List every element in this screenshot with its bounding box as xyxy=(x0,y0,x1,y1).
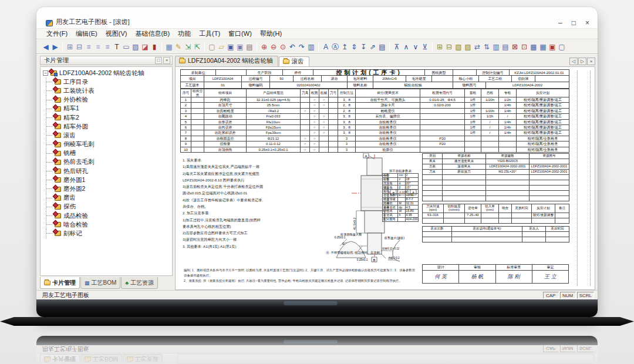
copy-row-icon[interactable]: ▥ xyxy=(491,42,501,52)
table-props-icon[interactable]: ▦ xyxy=(538,42,548,52)
fill-icon[interactable]: ▮ xyxy=(150,42,159,52)
sidebar-tab-卡片管理[interactable]: 卡片管理 xyxy=(40,277,80,289)
tree-item-精车2[interactable]: 精车2 xyxy=(42,113,171,122)
align-bottom-icon[interactable]: ↧ xyxy=(359,42,368,52)
save-all-icon[interactable]: ▣ xyxy=(235,42,245,52)
document-tab-滚齿[interactable]: 滚齿 xyxy=(279,56,309,66)
tab-close-button[interactable]: × xyxy=(587,58,595,65)
menu-item-E[interactable]: 编辑(E) xyxy=(72,29,102,39)
dup-row-icon[interactable]: ⊡ xyxy=(520,42,529,52)
tree-item-热后研孔[interactable]: 热后研孔 xyxy=(42,167,171,176)
eraser-icon[interactable]: ◪ xyxy=(140,42,150,52)
tree-item-啮合检验[interactable]: 啮合检验 xyxy=(42,220,171,229)
tree-item-热前去毛刺[interactable]: 热前去毛刺 xyxy=(42,158,171,167)
tree-item-铣槽[interactable]: 铣槽 xyxy=(42,149,171,158)
panel-float-button[interactable]: □ xyxy=(155,57,162,64)
tree-item-磨外圆2[interactable]: 磨外圆2 xyxy=(42,184,171,193)
cell-props-icon[interactable]: ▣ xyxy=(548,42,557,52)
text-icon[interactable]: T xyxy=(112,42,122,52)
tree-item-倒棱车毛刺[interactable]: 倒棱车毛刺 xyxy=(42,140,171,149)
table-cell: 3、8 xyxy=(338,97,356,103)
import-picture-icon[interactable]: ⇲ xyxy=(183,42,193,52)
minimize-button[interactable]: – xyxy=(558,19,562,26)
menu-item-W[interactable]: 窗口(W) xyxy=(224,29,256,39)
select-cell-icon[interactable]: ⊞ xyxy=(65,42,75,52)
table-cell: Ff≤10um xyxy=(247,119,301,124)
tree-item-工序目录[interactable]: 工序目录 xyxy=(42,77,171,86)
redo-icon[interactable]: ↷ xyxy=(297,42,306,52)
split-row-icon[interactable]: ⇄ xyxy=(473,42,482,52)
tree-item-探伤[interactable]: 探伤 xyxy=(42,203,171,211)
tree-item-磨外圆1[interactable]: 磨外圆1 xyxy=(42,176,171,184)
font-icon[interactable]: A xyxy=(321,42,331,52)
zoom-in-icon[interactable]: ⊕ xyxy=(259,42,269,52)
tab-prev-button[interactable]: ◁ xyxy=(569,58,578,65)
new-icon[interactable]: ▢ xyxy=(207,42,217,52)
menu-item-V[interactable]: 视图(V) xyxy=(102,29,131,39)
sidebar-tab-工艺资源[interactable]: ♣工艺资源 xyxy=(121,277,158,289)
tree-item-滚齿[interactable]: 滚齿 xyxy=(42,131,171,140)
tree-item-精车1[interactable]: 精车1 xyxy=(42,105,171,113)
move-down-icon[interactable]: ∨ xyxy=(411,42,420,52)
rotate-text-icon[interactable]: ⇗ xyxy=(368,42,377,52)
document-viewport[interactable]: 承制单位生产阶段样件控制计划(工序卡)图纸类型控制计划编号KZJH.LDFZ10… xyxy=(175,66,595,290)
delete-col-icon[interactable]: ▨ xyxy=(463,42,473,52)
tree-expander[interactable]: − xyxy=(43,70,48,76)
zoom-fit-icon[interactable]: ⊙ xyxy=(278,42,288,52)
tree-item-工装统计表[interactable]: 工装统计表 xyxy=(42,86,171,95)
param-cell: M xyxy=(398,201,405,205)
menu-item-[interactable]: 功能 xyxy=(174,29,195,39)
tree-item-刻标记[interactable]: 刻标记 xyxy=(42,229,171,238)
comment-icon[interactable]: ▤ xyxy=(377,42,387,52)
align-middle-icon[interactable]: ⇕ xyxy=(349,42,359,52)
align-right-icon[interactable]: ≡ xyxy=(103,42,112,52)
cut-row-icon[interactable]: ⊠ xyxy=(510,42,520,52)
swap-row-icon[interactable]: ⇅ xyxy=(482,42,491,52)
print-icon[interactable]: ▤ xyxy=(245,42,254,52)
export-picture-icon[interactable]: ⇱ xyxy=(193,42,202,52)
signoff-header-cell: 审定 xyxy=(532,265,568,271)
align-top-icon[interactable]: ↥ xyxy=(340,42,349,52)
zoom-out-icon[interactable]: ⊖ xyxy=(269,42,278,52)
tree-item-磨齿[interactable]: 磨齿 xyxy=(42,194,171,203)
document-tab-LDFZ100A04-2002 蜗轮齿轮轴[interactable]: LDFZ100A04-2002 蜗轮齿轮轴 xyxy=(175,56,278,66)
menu-item-T[interactable]: 工具(T) xyxy=(195,29,224,39)
preview-icon[interactable]: ▥ xyxy=(306,42,316,52)
forward-icon[interactable]: ▶ xyxy=(50,42,60,52)
pencil-icon[interactable]: ✎ xyxy=(174,42,183,52)
table-cell: Fp≤39um xyxy=(247,130,301,136)
open-icon[interactable]: ▱ xyxy=(217,42,226,52)
process-card-page[interactable]: 承制单位生产阶段样件控制计划(工序卡)图纸类型控制计划编号KZJH.LDFZ10… xyxy=(180,69,569,287)
save-icon[interactable]: ▣ xyxy=(226,42,235,52)
restore-button[interactable]: □ xyxy=(572,19,576,26)
delete-row-icon[interactable]: ⊟ xyxy=(444,42,454,52)
font-circle-icon[interactable]: Ⓐ xyxy=(331,42,340,52)
image-icon[interactable]: ▨ xyxy=(131,42,140,52)
menu-item-H[interactable]: 帮助(H) xyxy=(256,29,286,39)
align-left-icon[interactable]: ≡ xyxy=(84,42,93,52)
tree-root-item[interactable]: −LDFZ100A04-2002 蜗轮齿轮轴 xyxy=(42,69,171,77)
tab-next-button[interactable]: ▷ xyxy=(578,58,586,65)
tree-item-外协检验[interactable]: 外协检验 xyxy=(42,96,171,105)
tree-item-精车外圆[interactable]: 精车外圆 xyxy=(42,122,171,131)
tree-item-成品检验[interactable]: 成品检验 xyxy=(42,211,171,220)
menu-item-B[interactable]: 基础信息(B) xyxy=(131,29,174,39)
textbox-icon[interactable]: ▭ xyxy=(122,42,131,52)
paste-row-icon[interactable]: ▤ xyxy=(501,42,510,52)
merge-row-icon[interactable]: ▩ xyxy=(529,42,538,52)
undo-icon[interactable]: ↶ xyxy=(288,42,297,52)
panel-close-button[interactable]: × xyxy=(163,57,170,64)
align-center-icon[interactable]: ≡ xyxy=(93,42,103,52)
merge-cell-icon[interactable]: ⊟ xyxy=(75,42,84,52)
grid-icon[interactable]: ▦ xyxy=(164,42,174,52)
move-up-icon[interactable]: ∧ xyxy=(402,42,411,52)
menu-item-F[interactable]: 文件(F) xyxy=(42,29,72,39)
sidebar-tab-工艺BOM[interactable]: ▦工艺BOM xyxy=(80,277,120,289)
move-top-icon[interactable]: ⊼ xyxy=(392,42,402,52)
insert-col-icon[interactable]: ▧ xyxy=(454,42,463,52)
move-bottom-icon[interactable]: ⊻ xyxy=(420,42,430,52)
back-icon[interactable]: ◀ xyxy=(41,42,50,52)
sheet-props-icon[interactable]: ▢ xyxy=(557,42,566,52)
close-button[interactable]: × xyxy=(585,19,589,26)
insert-row-icon[interactable]: ⊞ xyxy=(435,42,444,52)
